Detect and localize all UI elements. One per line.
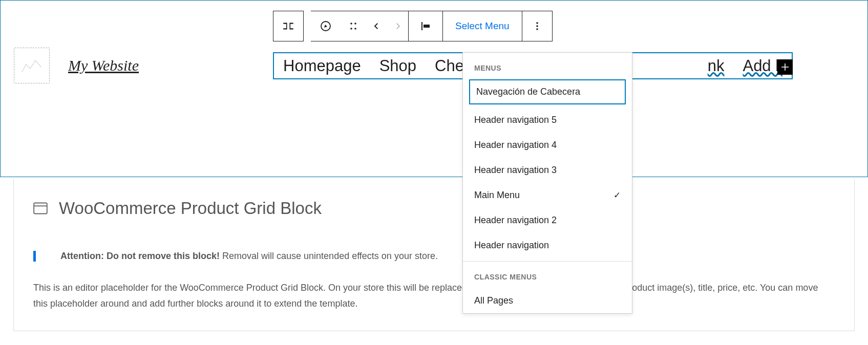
more-vertical-icon bbox=[532, 21, 542, 31]
menu-option[interactable]: Header navigation 5 bbox=[463, 107, 632, 133]
plus-icon bbox=[780, 62, 790, 72]
block-title-row: WooCommerce Product Grid Block bbox=[33, 199, 835, 218]
site-title[interactable]: My Website bbox=[68, 57, 139, 74]
align-button[interactable] bbox=[409, 11, 442, 41]
menu-option-label: Main Menu bbox=[474, 190, 520, 201]
image-placeholder-icon bbox=[21, 57, 43, 74]
compass-button[interactable] bbox=[311, 11, 341, 41]
logo-placeholder[interactable] bbox=[14, 48, 50, 83]
svg-point-7 bbox=[536, 22, 538, 24]
svg-point-9 bbox=[536, 28, 538, 30]
toolbar-group-align bbox=[409, 11, 443, 41]
menu-option[interactable]: Main Menu ✓ bbox=[463, 183, 632, 208]
block-toolbar: Select Menu bbox=[273, 11, 553, 41]
placeholder-text: This is an editor placeholder for the Wo… bbox=[33, 280, 835, 311]
dropdown-heading-menus: MENUS bbox=[463, 53, 632, 79]
align-left-icon bbox=[419, 20, 432, 32]
drag-handle-button[interactable] bbox=[341, 11, 365, 41]
nav-item-link[interactable]: nk bbox=[698, 57, 734, 75]
block-card-icon bbox=[33, 202, 48, 214]
header-section: My Website bbox=[0, 0, 868, 177]
toolbar-group-more bbox=[522, 11, 553, 41]
navigation-block-icon bbox=[282, 19, 295, 33]
attention-strong: Attention: Do not remove this block! bbox=[60, 251, 220, 261]
menu-option-label: Header navigation 2 bbox=[474, 215, 557, 226]
menu-dropdown: MENUS Navegación de Cabecera Header navi… bbox=[462, 52, 632, 314]
menu-option[interactable]: Header navigation 3 bbox=[463, 158, 632, 183]
compass-icon bbox=[320, 20, 332, 32]
menu-option-label: Header navigation bbox=[474, 240, 549, 251]
chevron-left-icon bbox=[372, 21, 381, 31]
nav-item-shop[interactable]: Shop bbox=[370, 57, 426, 75]
toolbar-group-select-menu: Select Menu bbox=[443, 11, 522, 41]
svg-rect-10 bbox=[34, 203, 47, 214]
move-right-button[interactable] bbox=[387, 11, 408, 41]
more-options-button[interactable] bbox=[522, 11, 552, 41]
menu-option[interactable]: Header navigation 2 bbox=[463, 208, 632, 233]
menu-option[interactable]: All Pages bbox=[463, 288, 632, 313]
menu-option-label: All Pages bbox=[474, 295, 513, 306]
menu-option[interactable]: Header navigation 4 bbox=[463, 133, 632, 158]
content-section: WooCommerce Product Grid Block Attention… bbox=[13, 179, 855, 331]
chevron-right-icon bbox=[393, 21, 403, 31]
menu-option-label: Navegación de Cabecera bbox=[476, 87, 580, 97]
attention-text: Removal will cause unintended effects on… bbox=[220, 251, 438, 261]
menu-option[interactable]: Header navigation bbox=[463, 233, 632, 258]
block-title: WooCommerce Product Grid Block bbox=[59, 199, 322, 218]
attention-notice: Attention: Do not remove this block! Rem… bbox=[33, 251, 835, 262]
svg-point-8 bbox=[536, 25, 538, 27]
svg-point-3 bbox=[350, 28, 352, 30]
move-left-button[interactable] bbox=[365, 11, 387, 41]
menu-option-label: Header navigation 5 bbox=[474, 115, 557, 125]
toolbar-group-parent bbox=[273, 11, 304, 41]
drag-icon bbox=[348, 21, 358, 31]
svg-point-2 bbox=[354, 23, 356, 25]
svg-point-4 bbox=[354, 28, 356, 30]
check-icon: ✓ bbox=[613, 190, 621, 201]
menu-option[interactable]: Navegación de Cabecera bbox=[469, 79, 626, 104]
add-block-button[interactable] bbox=[777, 59, 793, 75]
select-parent-button[interactable] bbox=[273, 11, 303, 41]
dropdown-heading-classic: CLASSIC MENUS bbox=[463, 262, 632, 288]
menu-option-label: Header navigation 4 bbox=[474, 140, 557, 150]
logo-title-row: My Website bbox=[14, 48, 139, 83]
nav-item-homepage[interactable]: Homepage bbox=[274, 57, 370, 75]
svg-rect-6 bbox=[424, 25, 430, 28]
svg-point-1 bbox=[350, 23, 352, 25]
menu-option-label: Header navigation 3 bbox=[474, 165, 557, 176]
toolbar-group-nav bbox=[311, 11, 409, 41]
select-menu-button[interactable]: Select Menu bbox=[443, 11, 522, 41]
